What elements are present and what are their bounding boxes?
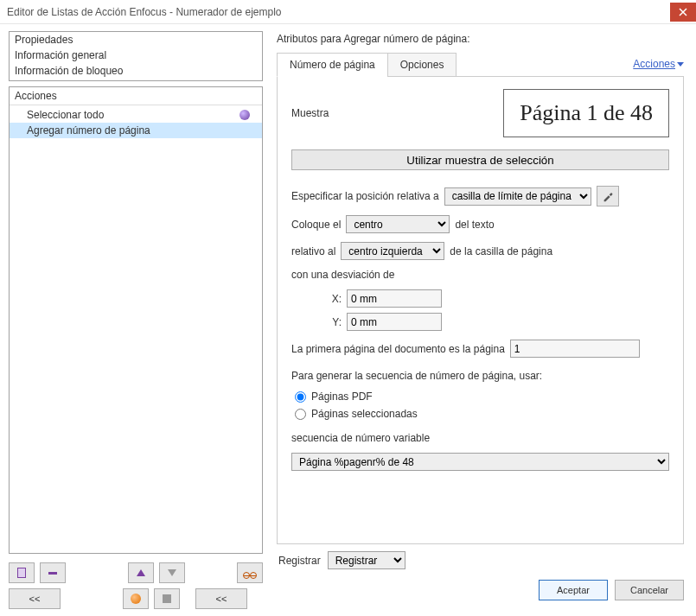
- y-label: Y:: [328, 316, 342, 328]
- stop-button[interactable]: [154, 588, 180, 609]
- remove-button[interactable]: [40, 562, 66, 583]
- spec-pos-select[interactable]: casilla de límite de página: [444, 187, 591, 206]
- registrar-select[interactable]: Registrar: [328, 551, 405, 569]
- var-seq-label: secuencia de número variable: [291, 432, 430, 444]
- radio-selected-label: Páginas seleccionadas: [311, 408, 418, 420]
- first-page-label: La primera página del documento es la pá…: [291, 343, 505, 355]
- actions-list[interactable]: Seleccionar todo Agregar número de págin…: [10, 105, 262, 553]
- close-icon: [679, 8, 687, 16]
- props-item[interactable]: Información de bloqueo: [10, 63, 262, 79]
- registrar-row: Registrar Registrar: [277, 544, 684, 569]
- close-button[interactable]: [670, 3, 696, 22]
- move-down-button[interactable]: [159, 562, 185, 583]
- registrar-label: Registrar: [278, 555, 321, 567]
- titlebar: Editor de Listas de Acción Enfocus - Num…: [0, 0, 696, 24]
- chevron-down-icon: [677, 62, 684, 67]
- status-dot-icon: [239, 110, 250, 120]
- relative-after-label: de la casilla de página: [450, 245, 552, 257]
- action-label: Seleccionar todo: [27, 109, 239, 121]
- record-icon: [131, 594, 141, 604]
- tab-row: Número de página Opciones Acciones: [277, 52, 684, 77]
- action-row[interactable]: Agregar número de página: [10, 123, 262, 138]
- right-panel: Atributos para Agregar número de página:…: [268, 24, 696, 616]
- first-page-input[interactable]: [510, 340, 640, 358]
- new-doc-button[interactable]: [9, 562, 35, 583]
- preview-button[interactable]: [237, 562, 263, 583]
- ok-button[interactable]: Aceptar: [539, 580, 608, 600]
- window-title: Editor de Listas de Acción Enfocus - Num…: [7, 6, 670, 18]
- eyedropper-icon: [602, 190, 614, 202]
- props-item[interactable]: Información general: [10, 48, 262, 63]
- radio-pdf-label: Páginas PDF: [311, 391, 373, 403]
- glasses-icon: [244, 569, 256, 576]
- stop-icon: [163, 594, 171, 603]
- tab-options[interactable]: Opciones: [387, 53, 457, 77]
- place-after-label: del texto: [455, 219, 494, 231]
- radio-selected-pages[interactable]: [295, 409, 306, 420]
- cancel-button[interactable]: Cancelar: [615, 580, 684, 600]
- actions-dropdown-link[interactable]: Acciones: [633, 54, 684, 73]
- eyedropper-button[interactable]: [597, 186, 619, 206]
- actions-listbox: Acciones Seleccionar todo Agregar número…: [9, 86, 263, 554]
- action-row[interactable]: Seleccionar todo: [10, 107, 262, 123]
- use-selection-sample-button[interactable]: Utilizar muestra de selección: [291, 149, 669, 170]
- relative-select[interactable]: centro izquierda: [341, 242, 444, 260]
- left-toolbar: << <<: [9, 559, 263, 609]
- y-input[interactable]: [347, 313, 442, 331]
- rewind-button[interactable]: <<: [9, 588, 61, 609]
- actions-link-label: Acciones: [633, 58, 675, 70]
- sample-preview: Página 1 de 48: [503, 89, 669, 137]
- place-select[interactable]: centro: [346, 215, 450, 233]
- properties-listbox[interactable]: Propiedades Información general Informac…: [9, 31, 263, 81]
- place-label: Coloque el: [291, 219, 341, 231]
- x-input[interactable]: [347, 289, 442, 308]
- action-label: Agregar número de página: [27, 124, 257, 137]
- actions-header: Acciones: [10, 87, 262, 105]
- radio-pdf-pages[interactable]: [295, 391, 306, 403]
- relative-label: relativo al: [291, 245, 335, 257]
- spec-pos-label: Especificar la posición relativa a: [291, 190, 439, 202]
- tab-body: Muestra Página 1 de 48 Utilizar muestra …: [277, 77, 684, 544]
- document-icon: [17, 568, 26, 578]
- triangle-down-icon: [168, 569, 176, 576]
- tab-page-number[interactable]: Número de página: [277, 53, 388, 77]
- deviation-label: con una desviación de: [291, 269, 394, 281]
- left-panel: Propiedades Información general Informac…: [0, 24, 268, 616]
- sample-label: Muestra: [291, 107, 329, 119]
- dialog-footer: Aceptar Cancelar: [277, 569, 684, 607]
- var-seq-select[interactable]: Página %pagenr% de 48: [291, 453, 669, 471]
- move-up-button[interactable]: [128, 562, 154, 583]
- triangle-up-icon: [137, 569, 145, 576]
- x-label: X:: [328, 293, 342, 305]
- rewind2-button[interactable]: <<: [195, 588, 247, 609]
- seq-gen-label: Para generar la secuencia de número de p…: [291, 370, 542, 382]
- record-button[interactable]: [123, 588, 149, 609]
- attributes-heading: Atributos para Agregar número de página:: [277, 33, 684, 45]
- props-item[interactable]: Propiedades: [10, 32, 262, 48]
- minus-icon: [48, 572, 57, 575]
